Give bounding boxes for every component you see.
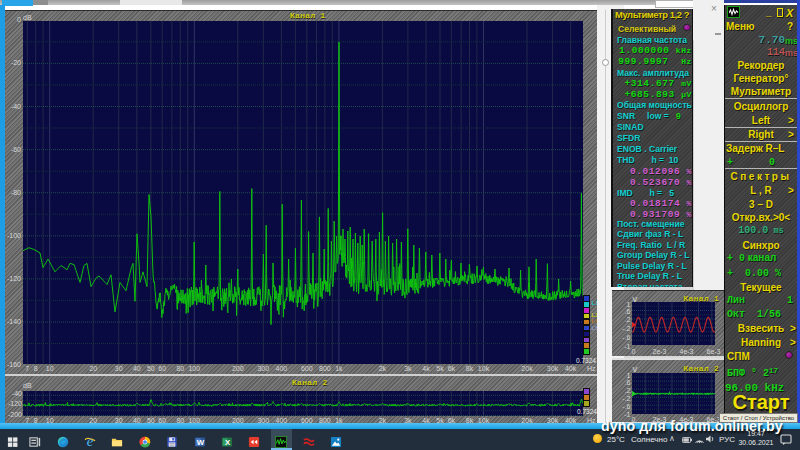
svg-text:W: W — [196, 438, 204, 447]
svg-text:e: e — [87, 436, 94, 448]
svg-text:X: X — [225, 438, 231, 447]
